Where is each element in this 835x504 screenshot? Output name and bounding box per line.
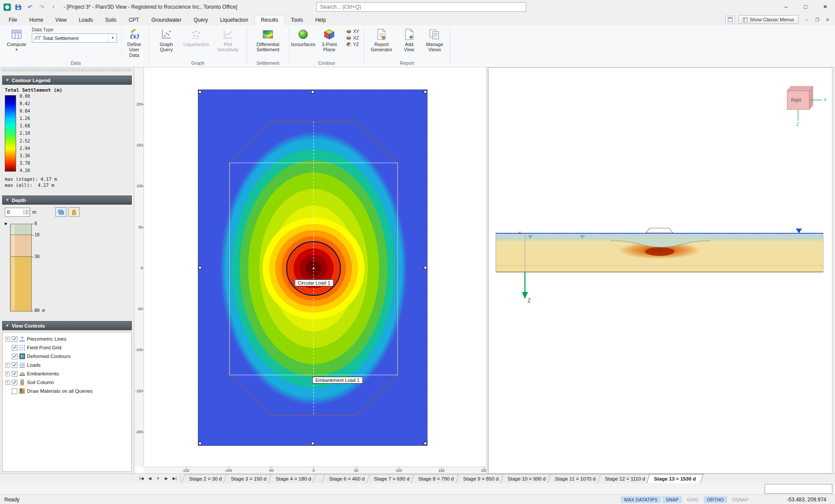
differential-settlement-button[interactable]: Differential Settlement	[249, 27, 287, 53]
side-view-panel[interactable]: Z Right Y Z	[488, 67, 832, 474]
title-bar: ↶ ↷ ▾ - [Project 3* - Plan/3D View - Reg…	[0, 0, 835, 14]
stage-tab-3[interactable]: Stage 3 = 150 d	[224, 474, 274, 483]
stage-tab-11[interactable]: Stage 11 = 1070 d	[548, 474, 603, 483]
depth-input[interactable]: ▲▼	[5, 208, 30, 217]
tab-groundwater[interactable]: Groundwater	[145, 15, 187, 25]
tab-help[interactable]: Help	[309, 15, 332, 25]
tab-tools[interactable]: Tools	[285, 15, 309, 25]
compute-button[interactable]: Compute ▼	[5, 27, 28, 53]
layer-snap-button[interactable]	[55, 207, 67, 217]
plot-sensitivity-button[interactable]: Plot Sensitivity	[211, 27, 244, 53]
snap-toggle[interactable]: SNAP	[662, 496, 682, 503]
depth-value-field[interactable]	[5, 209, 23, 215]
contour-legend-header[interactable]: ▼ Contour Legend	[2, 76, 132, 85]
horizontal-ruler: -150 -100 -50 0 50 100 150 200	[144, 467, 486, 474]
xy-plane-button[interactable]: XY	[345, 28, 361, 34]
view-control-field-point-grid[interactable]: Field Point Grid	[3, 343, 130, 352]
checkbox[interactable]	[12, 354, 17, 359]
checkbox[interactable]	[12, 388, 17, 394]
tab-results[interactable]: Results	[254, 15, 285, 25]
dock-gripper[interactable]	[2, 68, 132, 72]
tab-liquefaction[interactable]: Liquefaction	[214, 15, 254, 25]
manage-views-button[interactable]: Manage Views	[422, 27, 448, 53]
data-type-dropdown[interactable]: δT Total Settlement ▼	[32, 33, 117, 43]
stage-tab-6[interactable]: Stage 6 = 460 d	[322, 474, 372, 483]
checkbox[interactable]	[12, 380, 17, 385]
checkbox[interactable]	[12, 371, 17, 377]
bottom-right-input[interactable]	[765, 484, 832, 494]
show-classic-menus-button[interactable]: Show Classic Menus	[738, 15, 798, 24]
stage-tab-10[interactable]: Stage 10 = 990 d	[500, 474, 554, 483]
view-control-loads[interactable]: + Loads	[3, 361, 130, 369]
tab-cpt[interactable]: CPT	[123, 15, 145, 25]
doc-restore-button[interactable]: ❐	[812, 16, 822, 23]
expander-icon[interactable]: +	[5, 380, 10, 385]
redo-icon[interactable]: ↷	[37, 3, 46, 11]
grid-toggle[interactable]: GRID	[683, 496, 702, 503]
tab-loads[interactable]: Loads	[73, 15, 99, 25]
expander-icon[interactable]: +	[5, 371, 10, 376]
view-controls-header[interactable]: ▼ View Controls	[2, 321, 132, 330]
tab-view[interactable]: View	[49, 15, 73, 25]
three-point-plane-button[interactable]: 3-Point Plane	[316, 27, 343, 53]
search-input[interactable]	[316, 2, 526, 12]
isosurfaces-button[interactable]: Isosurfaces	[291, 27, 315, 48]
tab-row-right-controls: Show Classic Menus – ❐ ✕	[725, 15, 832, 24]
max-datatips-toggle[interactable]: MAX DATATIPS	[621, 496, 661, 503]
last-stage-button[interactable]: ▶|	[170, 474, 179, 482]
depth-spinner[interactable]: ▲▼	[23, 209, 30, 215]
tab-soils[interactable]: Soils	[99, 15, 123, 25]
osnap-toggle[interactable]: OSNAP	[728, 496, 752, 503]
checkbox[interactable]	[12, 362, 17, 368]
save-icon[interactable]	[14, 3, 23, 11]
liquefaction-button[interactable]: Liquefaction	[182, 27, 210, 48]
pin-panel-icon[interactable]	[725, 16, 735, 24]
doc-close-button[interactable]: ✕	[823, 16, 832, 23]
view-control-deformed-contours[interactable]: Deformed Contours	[3, 352, 130, 361]
graph-query-button[interactable]: Graph Query	[151, 27, 181, 53]
stage-tab-8[interactable]: Stage 8 = 790 d	[411, 474, 461, 483]
view-control-draw-materials[interactable]: Draw Materials on all Queries	[3, 387, 130, 395]
xz-plane-button[interactable]: XZ	[345, 35, 361, 41]
tab-query[interactable]: Query	[187, 15, 214, 25]
view-control-piezometric-lines[interactable]: + Piezometric Lines	[3, 335, 130, 343]
depth-lock-button[interactable]	[68, 207, 80, 217]
view-control-soil-column[interactable]: + Soil Column	[3, 378, 130, 387]
define-user-data-button[interactable]: (x) Define User Data	[121, 27, 147, 59]
add-view-button[interactable]: Add View	[397, 27, 421, 53]
ribbon-group-contour: Isosurfaces 3-Point Plane XY XZ	[289, 25, 364, 67]
previous-stage-button[interactable]: ◀	[146, 474, 154, 482]
stage-tab-12[interactable]: Stage 12 = 1110 d	[597, 474, 652, 483]
qat-customize-icon[interactable]: ▾	[49, 3, 58, 11]
view-control-embankments[interactable]: + Embankments	[3, 369, 130, 378]
stage-tab-7[interactable]: Stage 7 = 690 d	[366, 474, 417, 483]
minimize-button[interactable]: –	[776, 0, 796, 13]
maximize-button[interactable]: □	[796, 0, 815, 13]
next-stage-button[interactable]: ▶	[162, 474, 170, 482]
first-stage-button[interactable]: |◀	[137, 474, 146, 482]
expander-icon[interactable]: +	[5, 337, 10, 342]
checkbox[interactable]	[12, 336, 17, 342]
tab-file[interactable]: File	[3, 15, 23, 25]
group-label-data: Data	[3, 60, 149, 67]
yz-plane-button[interactable]: YZ	[345, 41, 361, 47]
close-button[interactable]: ✕	[815, 0, 835, 13]
undo-icon[interactable]: ↶	[26, 3, 34, 11]
stage-number-button[interactable]: #	[154, 474, 162, 482]
ortho-toggle[interactable]: ORTHO	[704, 496, 728, 503]
expander-icon[interactable]: +	[5, 363, 10, 368]
app-logo-icon[interactable]	[3, 3, 11, 11]
stage-tab-2[interactable]: Stage 2 = 30 d	[182, 474, 230, 483]
plan-view-panel[interactable]: 200 150 100 50 0 -50 -100 -150 -200 -150…	[134, 67, 486, 474]
contour-plot-canvas[interactable]: Circular Load 1 Embankment Load 1	[198, 90, 428, 446]
doc-minimize-button[interactable]: –	[802, 16, 812, 23]
stage-tab-4[interactable]: Stage 4 = 180 d	[268, 474, 318, 483]
depth-marker-icon[interactable]: ▶	[5, 222, 7, 225]
stage-tab-9[interactable]: Stage 9 = 850 d	[455, 474, 506, 483]
report-generator-button[interactable]: Report Generator	[367, 27, 397, 53]
checkbox[interactable]	[12, 345, 17, 351]
isosurfaces-icon	[297, 28, 309, 40]
stage-tab-13[interactable]: Stage 13 = 1530 d	[647, 474, 704, 483]
tab-home[interactable]: Home	[23, 15, 49, 25]
depth-header[interactable]: ▼ Depth	[2, 196, 132, 205]
